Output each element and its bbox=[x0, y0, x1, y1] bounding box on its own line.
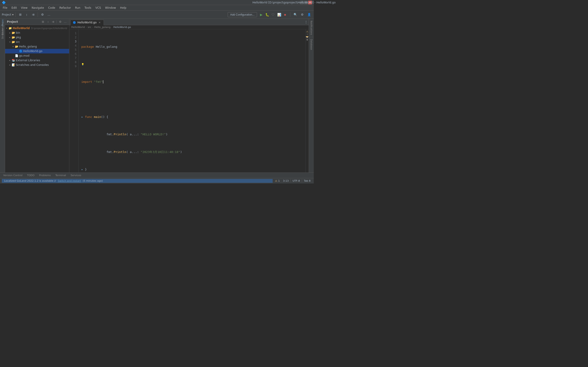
tree-external-libraries[interactable]: ▸ 📚 External Libraries bbox=[5, 58, 69, 63]
tree-pkg[interactable]: ▸ 📂 pkg bbox=[5, 35, 69, 40]
tree-collapse-button[interactable]: ⇉ bbox=[51, 20, 55, 24]
tree-ext-arrow: ▸ bbox=[8, 59, 11, 62]
tree-root[interactable]: ▾ 📁 HelloWorld D:\project\goproject\Hell… bbox=[5, 26, 69, 31]
account-button[interactable]: 👤 bbox=[306, 12, 312, 17]
coverage-button[interactable]: 🛡 bbox=[270, 12, 276, 17]
code-content[interactable]: package Hello_golang 💡 import "fmt" ▸ fu… bbox=[78, 29, 305, 173]
string-val-1: "HELLO WORLD!" bbox=[141, 132, 166, 137]
bulb-icon[interactable]: 💡 bbox=[81, 63, 84, 66]
tab-todo[interactable]: TODO bbox=[25, 173, 37, 177]
notification-time: (5 minutes ago) bbox=[83, 179, 103, 182]
menu-run[interactable]: Run bbox=[73, 6, 82, 10]
tab-label: HelloWorld.go bbox=[78, 21, 97, 24]
menu-code[interactable]: Code bbox=[46, 6, 57, 10]
menu-window[interactable]: Window bbox=[103, 6, 118, 10]
tree-folder-icon: 📂 bbox=[11, 35, 15, 39]
tree-hello-arrow: ▾ bbox=[11, 45, 15, 48]
status-indent[interactable]: Tab 8 bbox=[303, 179, 312, 183]
menu-refactor[interactable]: Refactor bbox=[57, 6, 73, 10]
tree-scratches[interactable]: ▸ 📝 Scratches and Consoles bbox=[5, 63, 69, 67]
encoding-label: UTF-8 bbox=[293, 179, 300, 182]
tree-indent: ▸ bbox=[5, 63, 11, 67]
menu-help[interactable]: Help bbox=[118, 6, 128, 10]
tree-expand-button[interactable]: ↕ bbox=[46, 20, 50, 24]
database-label[interactable]: Database bbox=[310, 38, 313, 51]
warning-indicator[interactable]: ⚠ bbox=[306, 30, 308, 33]
func-call-1: Println bbox=[114, 132, 126, 137]
notifications-label[interactable]: Notifications bbox=[310, 20, 313, 36]
menu-navigate[interactable]: Navigate bbox=[30, 6, 46, 10]
tab-helloworld-go[interactable]: 🔵 HelloWorld.go ✕ bbox=[70, 20, 104, 25]
tab-close-button[interactable]: ✕ bbox=[98, 21, 101, 24]
tree-scratches-label: Scratches and Consoles bbox=[16, 63, 49, 67]
dot-1: . bbox=[112, 132, 114, 137]
tab-terminal[interactable]: Terminal bbox=[53, 173, 69, 177]
breadcrumb-hello[interactable]: Hello_golang bbox=[94, 26, 111, 29]
notification-text: Localized GoLand 2022.1.2 is available /… bbox=[4, 179, 56, 182]
tree-helloworld-go[interactable]: ▸ 🔵 HelloWorld.go bbox=[5, 49, 69, 53]
breadcrumb-root[interactable]: HelloWorld bbox=[71, 26, 85, 29]
settings-button[interactable]: ⚙ bbox=[40, 12, 45, 17]
menu-file[interactable]: File bbox=[1, 6, 9, 10]
toolbar-right: Add Configuration... ▶ 🐛 🛡 📊 ■ 🔍 ⚙ 👤 bbox=[228, 12, 312, 17]
tree-go-mod-label: go.mod bbox=[19, 54, 29, 57]
status-bar: Localized GoLand 2022.1.2 is available /… bbox=[0, 178, 314, 184]
switch-restart-link[interactable]: Switch and restart bbox=[58, 179, 81, 182]
call-args-2: ( a...: bbox=[126, 150, 141, 154]
profile-button[interactable]: 📊 bbox=[276, 12, 282, 17]
text-cursor bbox=[103, 80, 103, 83]
editor-area: 🔵 HelloWorld.go ✕ ⋮ HelloWorld › src › H… bbox=[69, 19, 309, 173]
status-right: ⚠ 1 3:13 UTF-8 Tab 8 bbox=[274, 179, 312, 183]
code-line-8: ▸ } bbox=[81, 167, 303, 172]
status-position[interactable]: 3:13 bbox=[282, 179, 290, 183]
menu-view[interactable]: View bbox=[19, 6, 29, 10]
tree-settings-button[interactable]: ⚙ bbox=[58, 20, 62, 24]
compact-view-button[interactable]: ⊞ bbox=[17, 12, 23, 17]
tree-folder-icon: 📂 bbox=[11, 31, 15, 35]
stripe-warning-marker bbox=[306, 36, 308, 37]
status-warning[interactable]: ⚠ 1 bbox=[274, 179, 281, 183]
menu-tools[interactable]: Tools bbox=[83, 6, 93, 10]
breadcrumb: HelloWorld › src › Hello_golang › HelloW… bbox=[69, 25, 309, 29]
code-line-2: 💡 bbox=[81, 62, 303, 66]
breadcrumb-file[interactable]: HelloWorld.go bbox=[113, 26, 131, 29]
tree-go-mod[interactable]: ▸ 📄 go.mod bbox=[5, 53, 69, 58]
app-icon: 🔷 bbox=[2, 1, 6, 4]
code-line-1: package Hello_golang bbox=[81, 45, 303, 49]
add-configuration-button[interactable]: Add Configuration... bbox=[228, 12, 257, 17]
tree-helloworld-go-label: HelloWorld.go bbox=[23, 50, 43, 53]
debug-button[interactable]: 🐛 bbox=[264, 12, 270, 17]
chevron-down-stripe[interactable]: ▼ bbox=[306, 39, 308, 41]
line-num-6: 6 bbox=[69, 52, 78, 56]
run-button[interactable]: ▶ bbox=[258, 12, 264, 17]
more-options-button[interactable]: … bbox=[46, 12, 52, 17]
tab-problems[interactable]: Problems bbox=[37, 173, 53, 177]
tree-external-label: External Libraries bbox=[16, 59, 40, 62]
file-tree-panel: Project ⊞ ↕ ⇉ ⚙ … ▾ 📁 HelloWorld D:\proj… bbox=[5, 19, 69, 173]
line-numbers: 1 2 3 4 5 6 7 8 9 bbox=[69, 29, 78, 173]
tab-services[interactable]: Services bbox=[68, 173, 83, 177]
search-everywhere-button[interactable]: 🔍 bbox=[293, 12, 298, 17]
stop-button[interactable]: ■ bbox=[282, 12, 288, 17]
sidebar-item-structure[interactable]: Structure bbox=[0, 31, 5, 36]
collapse-all-button[interactable]: ⇉ bbox=[30, 12, 36, 17]
tab-version-control[interactable]: Version Control bbox=[1, 173, 25, 177]
file-tree-content[interactable]: ▾ 📁 HelloWorld D:\project\goproject\Hell… bbox=[5, 25, 69, 173]
tree-more-button[interactable]: … bbox=[63, 20, 67, 24]
menu-vcs[interactable]: VCS bbox=[94, 6, 103, 10]
file-tree-title: Project bbox=[7, 20, 40, 23]
string-val-2: "2023年3月10日11:40:18" bbox=[141, 150, 180, 154]
menu-edit[interactable]: Edit bbox=[10, 6, 19, 10]
breadcrumb-src[interactable]: src bbox=[88, 26, 91, 29]
tree-src[interactable]: ▾ 📂 src bbox=[5, 40, 69, 44]
tab-more-button[interactable]: ⋮ bbox=[303, 19, 309, 25]
project-dropdown-icon[interactable]: ▾ bbox=[12, 13, 14, 16]
tree-hello-golang[interactable]: ▾ 📂 Hello_golang bbox=[5, 44, 69, 49]
code-editor[interactable]: 1 2 3 4 5 6 7 8 9 package Hello_golang 💡 bbox=[69, 29, 309, 173]
tree-bin[interactable]: ▸ 📂 bin bbox=[5, 31, 69, 35]
tree-compact-button[interactable]: ⊞ bbox=[41, 20, 45, 24]
status-encoding[interactable]: UTF-8 bbox=[291, 179, 301, 183]
line-num-7: 7 bbox=[69, 56, 78, 60]
expand-all-button[interactable]: ↕ bbox=[24, 12, 29, 17]
settings-gear-button[interactable]: ⚙ bbox=[300, 12, 305, 17]
